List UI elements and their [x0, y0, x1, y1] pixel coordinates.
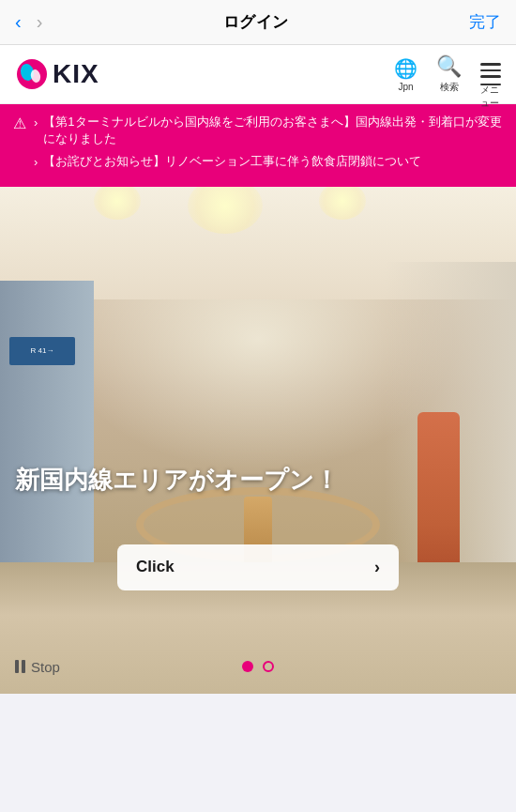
warning-icon: ⚠ [13, 115, 26, 132]
click-button[interactable]: Click › [117, 544, 399, 590]
nav-arrows: ‹ › [15, 11, 42, 33]
ceiling-light-3 [319, 187, 366, 220]
stop-label: Stop [31, 659, 60, 675]
done-button[interactable]: 完了 [469, 11, 501, 33]
back-button[interactable]: ‹ [15, 11, 22, 33]
hero-overlay-text: 新国内線エリアがオープン！ [15, 465, 339, 497]
dot-1[interactable] [242, 661, 253, 672]
search-label: 検索 [440, 81, 459, 94]
forward-button[interactable]: › [37, 11, 43, 33]
logo-text: KIX [53, 59, 99, 89]
alert-arrow-1: › [34, 115, 38, 131]
site-content: KIX 🌐 Jpn 🔍 検索 メニュー ⚠ › [0, 45, 516, 694]
alert-header: ⚠ › 【第1ターミナルビルから国内線をご利用のお客さまへ】国内線出発・到着口が… [13, 114, 503, 172]
stop-button[interactable]: Stop [15, 659, 60, 675]
globe-icon: 🌐 [394, 57, 417, 80]
alert-text-1: 【第1ターミナルビルから国内線をご利用のお客さまへ】国内線出発・到着口が変更にな… [43, 114, 503, 147]
pause-bar-1 [15, 660, 19, 673]
page-title: ログイン [223, 11, 288, 33]
ceiling-light-1 [188, 187, 263, 234]
menu-button[interactable]: メニュー [480, 63, 501, 85]
pause-bar-2 [22, 660, 25, 673]
search-button[interactable]: 🔍 検索 [436, 54, 462, 94]
left-wall: R 41→ [0, 281, 94, 562]
site-header: KIX 🌐 Jpn 🔍 検索 メニュー [0, 45, 516, 104]
hero-area: R 41→ 新国内線エリアがオープン！ Click › Stop [0, 187, 516, 694]
click-button-label: Click [136, 558, 175, 576]
logo-area[interactable]: KIX [15, 57, 99, 91]
click-button-wrap: Click › [117, 544, 399, 590]
hamburger-line1 [480, 63, 501, 66]
alert-items: › 【第1ターミナルビルから国内線をご利用のお客さまへ】国内線出発・到着口が変更… [34, 114, 503, 172]
sign-board: R 41→ [9, 337, 75, 365]
hamburger-line2 [480, 69, 501, 72]
lang-label: Jpn [398, 82, 413, 92]
click-button-arrow: › [374, 558, 380, 577]
alert-arrow-2: › [34, 154, 38, 171]
dot-2[interactable] [263, 661, 274, 672]
bottom-controls: Stop [0, 659, 516, 675]
header-icons: 🌐 Jpn 🔍 検索 メニュー [394, 54, 501, 94]
alert-banner: ⚠ › 【第1ターミナルビルから国内線をご利用のお客さまへ】国内線出発・到着口が… [0, 104, 516, 187]
alert-item-2[interactable]: › 【お詫びとお知らせ】リノベーション工事に伴う飲食店閉鎖について [34, 153, 503, 171]
hamburger-line3 [480, 75, 501, 78]
search-icon: 🔍 [436, 54, 462, 79]
browser-nav-bar: ‹ › ログイン 完了 [0, 0, 516, 45]
alert-text-2: 【お詫びとお知らせ】リノベーション工事に伴う飲食店閉鎖について [43, 153, 503, 170]
kix-logo-icon [15, 57, 49, 91]
alert-item-1[interactable]: › 【第1ターミナルビルから国内線をご利用のお客さまへ】国内線出発・到着口が変更… [34, 114, 503, 147]
ceiling-light-2 [94, 187, 141, 220]
menu-label: メニュー [480, 84, 501, 86]
dot-indicators [242, 661, 274, 672]
pause-icon [15, 660, 25, 673]
language-button[interactable]: 🌐 Jpn [394, 57, 417, 92]
